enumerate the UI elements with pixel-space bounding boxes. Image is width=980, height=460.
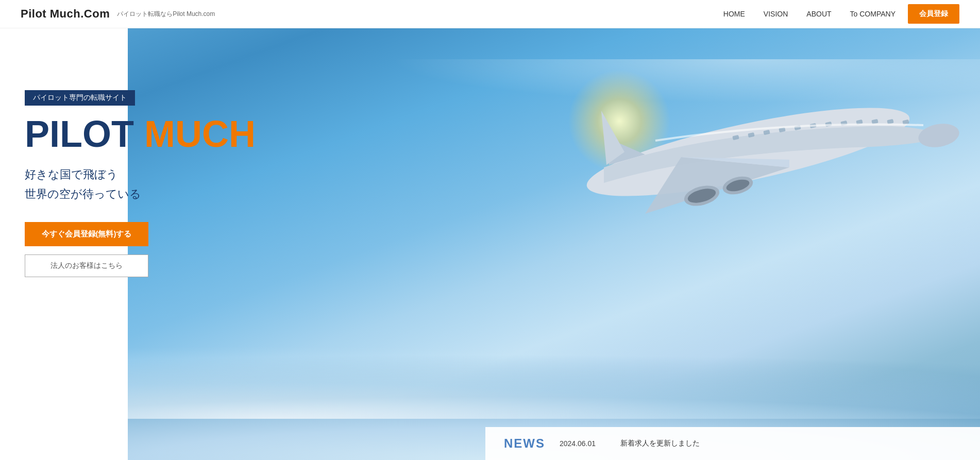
hero-title: PILOT MUCH <box>25 114 256 155</box>
logo-area: Pilot Much.Com パイロット転職ならPilot Much.com <box>21 7 215 21</box>
hero-subtitle: 好きな国で飛ぼう 世界の空が待っている <box>25 165 256 203</box>
hero-title-pilot: PILOT <box>25 113 144 155</box>
nav-home[interactable]: HOME <box>723 10 745 18</box>
nav-vision[interactable]: VISION <box>764 10 788 18</box>
cloud-mid <box>0 316 980 419</box>
news-text: 新着求人を更新しました <box>620 439 700 448</box>
airplane-image <box>501 49 965 317</box>
hero-cta-secondary[interactable]: 法人のお客様はこちら <box>25 254 148 277</box>
news-date: 2024.06.01 <box>560 439 606 448</box>
main-nav: HOME VISION ABOUT To COMPANY <box>723 10 895 18</box>
site-logo: Pilot Much.Com <box>21 7 110 21</box>
nav-to-company[interactable]: To COMPANY <box>850 10 895 18</box>
hero-badge: パイロット専門の転職サイト <box>25 90 135 106</box>
hero-content: パイロット専門の転職サイト PILOT MUCH 好きな国で飛ぼう 世界の空が待… <box>0 90 256 277</box>
hero-title-much: MUCH <box>144 113 256 155</box>
hero-subtitle-line2: 世界の空が待っている <box>25 188 141 200</box>
news-label: NEWS <box>504 436 545 451</box>
hero-cta-primary[interactable]: 今すぐ会員登録(無料)する <box>25 222 148 246</box>
hero-subtitle-line1: 好きな国で飛ぼう <box>25 168 118 181</box>
site-tagline: パイロット転職ならPilot Much.com <box>117 10 215 19</box>
news-bar: NEWS 2024.06.01 新着求人を更新しました <box>485 427 980 460</box>
register-button[interactable]: 会員登録 <box>908 4 959 24</box>
nav-about[interactable]: ABOUT <box>806 10 831 18</box>
site-header: Pilot Much.Com パイロット転職ならPilot Much.com H… <box>0 0 980 28</box>
hero-section: パイロット専門の転職サイト PILOT MUCH 好きな国で飛ぼう 世界の空が待… <box>0 28 980 460</box>
